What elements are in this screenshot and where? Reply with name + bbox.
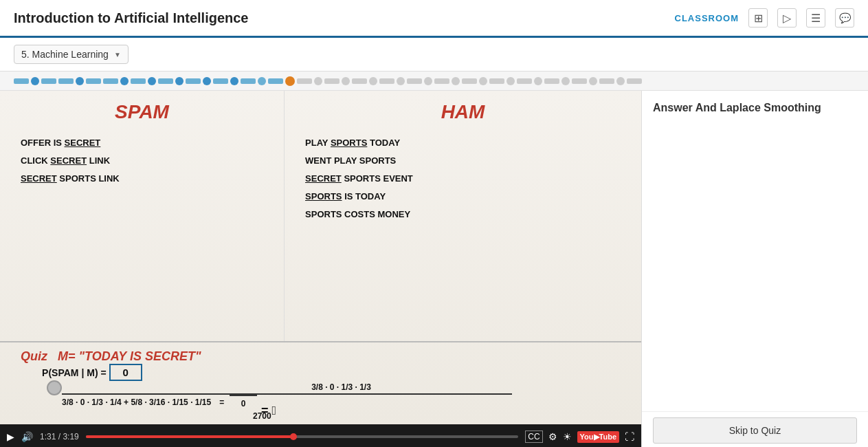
spam-item-2: CLICK SECRET LINK	[21, 152, 263, 170]
layout-icon: ⊞	[754, 12, 763, 25]
formula-fraction: 3/8 · 0 · 1/3 · 1/3 3/8 · 0 · 1/3 · 1/4 …	[21, 381, 621, 420]
progress-seg-11[interactable]	[268, 78, 283, 84]
progress-seg-gray-4[interactable]	[379, 78, 394, 84]
settings-button[interactable]: ⚙	[548, 431, 557, 442]
board-hole	[47, 380, 62, 395]
chat-icon-btn[interactable]: 💬	[835, 8, 854, 28]
top-bar-right: CLASSROOM ⊞ ▷ ☰ 💬	[675, 8, 855, 28]
fullscreen-button[interactable]: ⛶	[625, 431, 634, 442]
page-title: Introduction to Artificial Intelligence	[14, 10, 249, 26]
progress-dot-gray-4[interactable]	[397, 77, 405, 85]
progress-seg-gray-10[interactable]	[544, 78, 559, 84]
progress-seg-gray-12[interactable]	[599, 78, 614, 84]
youtube-logo: You▶Tube	[577, 431, 619, 443]
progress-seg-gray-9[interactable]	[517, 78, 532, 84]
skip-to-quiz-button[interactable]: Skip to Quiz	[653, 417, 857, 444]
progress-dot-6[interactable]	[203, 77, 211, 85]
progress-dot-4[interactable]	[148, 77, 156, 85]
chapter-label: 5. Machine Learning	[21, 49, 109, 60]
ham-item-1: PLAY SPORTS TODAY	[305, 134, 621, 152]
progress-dot-gray-10[interactable]	[561, 77, 570, 85]
video-controls: ▶ 🔊 1:31 / 3:19 CC ⚙ ☀ You▶Tube ⛶	[0, 424, 641, 447]
progress-seg-4[interactable]	[86, 78, 101, 84]
progress-dot-gray-8[interactable]	[507, 77, 515, 85]
progress-seg-gray-2[interactable]	[324, 78, 340, 84]
progress-dot-5[interactable]	[175, 77, 183, 85]
progress-dot-current[interactable]	[258, 77, 266, 85]
progress-seg-gray-8[interactable]	[489, 78, 504, 84]
formula-spam: P(SPAM | M) = 0	[21, 367, 621, 378]
progress-seg-gray-11[interactable]	[572, 78, 587, 84]
ham-item-5: SPORTS COSTS MONEY	[305, 206, 621, 224]
video-area: SPAM OFFER IS SECRET CLICK SECRET LINK S…	[0, 91, 641, 447]
chat-icon: 💬	[839, 12, 851, 23]
ham-title: HAM	[305, 101, 621, 123]
ham-item-4: SPORTS IS TODAY	[305, 188, 621, 206]
top-bar: Introduction to Artificial Intelligence …	[0, 0, 868, 38]
progress-seg-1[interactable]	[14, 78, 29, 84]
sidebar-title: Answer And Laplace Smoothing	[642, 91, 868, 412]
progress-seg-gray-5[interactable]	[407, 78, 422, 84]
brightness-button[interactable]: ☀	[563, 431, 572, 442]
ham-item-2: WENT PLAY SPORTS	[305, 152, 621, 170]
play-icon-btn[interactable]: ▷	[777, 8, 797, 28]
dropdown-bar: 5. Machine Learning ▼	[0, 38, 868, 72]
progress-dot-orange[interactable]	[285, 76, 295, 86]
video-progress-dot	[290, 433, 297, 440]
classroom-label: CLASSROOM	[675, 13, 739, 23]
progress-dot-1[interactable]	[31, 77, 39, 85]
progress-dot-gray-11[interactable]	[589, 77, 597, 85]
progress-dot-gray-1[interactable]	[314, 77, 322, 85]
video-frame[interactable]: SPAM OFFER IS SECRET CLICK SECRET LINK S…	[0, 91, 641, 424]
spam-item-1: OFFER IS SECRET	[21, 134, 263, 152]
progress-seg-8[interactable]	[186, 78, 201, 84]
progress-seg-7[interactable]	[158, 78, 173, 84]
progress-strip	[0, 72, 868, 91]
progress-dot-gray-6[interactable]	[452, 77, 460, 85]
progress-seg-gray-3[interactable]	[352, 78, 367, 84]
document-icon-btn[interactable]: ☰	[806, 8, 825, 28]
progress-seg-6[interactable]	[131, 78, 146, 84]
progress-seg-gray-1[interactable]	[297, 78, 312, 84]
progress-dot-gray-9[interactable]	[534, 77, 542, 85]
progress-dot-gray-5[interactable]	[424, 77, 432, 85]
progress-seg-5[interactable]	[103, 78, 118, 84]
sidebar: Answer And Laplace Smoothing Skip to Qui…	[641, 91, 868, 447]
progress-dot-gray-2[interactable]	[342, 77, 350, 85]
progress-seg-2[interactable]	[41, 78, 56, 84]
progress-seg-gray-6[interactable]	[434, 78, 449, 84]
play-button[interactable]: ▶	[7, 431, 14, 442]
progress-dot-2[interactable]	[76, 77, 84, 85]
spam-title: SPAM	[21, 101, 263, 123]
progress-dot-gray-12[interactable]	[616, 77, 625, 85]
progress-seg-10[interactable]	[241, 78, 256, 84]
progress-seg-3[interactable]	[58, 78, 74, 84]
layout-icon-btn[interactable]: ⊞	[748, 8, 768, 28]
progress-seg-gray-7[interactable]	[462, 78, 477, 84]
volume-button[interactable]: 🔊	[21, 431, 33, 442]
time-display: 1:31 / 3:19	[40, 432, 79, 441]
video-progress-track[interactable]	[86, 435, 519, 438]
progress-dot-7[interactable]	[230, 77, 238, 85]
chevron-down-icon: ▼	[114, 51, 121, 58]
progress-dot-3[interactable]	[120, 77, 129, 85]
progress-seg-gray-13[interactable]	[627, 78, 642, 84]
progress-dot-gray-3[interactable]	[369, 77, 377, 85]
document-icon: ☰	[811, 12, 821, 25]
ham-item-3: SECRET SPORTS EVENT	[305, 170, 621, 188]
spam-item-3: SECRET SPORTS LINK	[21, 170, 263, 188]
main-content: SPAM OFFER IS SECRET CLICK SECRET LINK S…	[0, 91, 868, 447]
quiz-line: Quiz M= "TODAY IS SECRET"	[21, 349, 621, 364]
play-circle-icon: ▷	[783, 12, 791, 25]
chapter-dropdown[interactable]: 5. Machine Learning ▼	[14, 45, 129, 64]
progress-dot-gray-7[interactable]	[479, 77, 487, 85]
video-progress-fill	[86, 435, 293, 438]
ctrl-icon-group: CC ⚙ ☀ You▶Tube ⛶	[525, 430, 634, 443]
progress-seg-9[interactable]	[213, 78, 228, 84]
captions-button[interactable]: CC	[525, 430, 542, 443]
